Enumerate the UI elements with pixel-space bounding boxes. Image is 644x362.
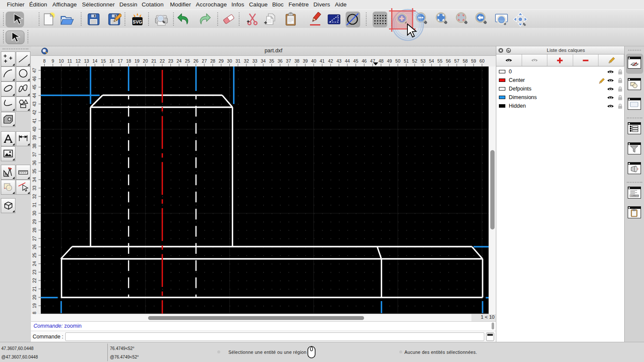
svg-text:50: 50 (395, 58, 401, 63)
svg-text:12: 12 (76, 58, 81, 63)
svg-text:31: 31 (235, 58, 240, 63)
svg-text:19: 19 (32, 303, 37, 308)
svg-text:10: 10 (59, 58, 64, 63)
svg-text:34: 34 (261, 58, 266, 63)
svg-text:33: 33 (252, 58, 258, 63)
svg-text:51: 51 (404, 58, 409, 63)
svg-text:56: 56 (446, 58, 451, 63)
svg-text:30: 30 (32, 211, 37, 216)
svg-text:45: 45 (353, 58, 358, 63)
svg-text:29: 29 (32, 219, 37, 224)
svg-text:15: 15 (101, 58, 106, 63)
svg-text:28: 28 (32, 227, 37, 232)
svg-text:8: 8 (43, 58, 46, 63)
svg-text:53: 53 (421, 58, 426, 63)
svg-text:54: 54 (429, 58, 434, 63)
svg-text:46: 46 (361, 58, 367, 63)
svg-text:23: 23 (32, 269, 37, 275)
svg-text:command: command (631, 195, 639, 197)
svg-text:18: 18 (126, 58, 131, 63)
svg-text:36: 36 (32, 160, 37, 166)
svg-text:40: 40 (32, 127, 37, 132)
svg-text:16: 16 (109, 58, 114, 63)
svg-text:46: 46 (32, 76, 37, 81)
svg-text:31: 31 (32, 202, 37, 208)
svg-text:25: 25 (185, 58, 190, 63)
svg-text:24: 24 (32, 261, 37, 266)
svg-text:30: 30 (227, 58, 232, 63)
svg-text:39: 39 (32, 135, 37, 140)
svg-text:45: 45 (32, 84, 37, 90)
svg-text:39: 39 (303, 58, 308, 63)
svg-text:59: 59 (471, 58, 476, 63)
svg-text:27: 27 (202, 58, 207, 63)
svg-text:43: 43 (337, 58, 342, 63)
svg-text:13: 13 (84, 58, 89, 63)
svg-text:28: 28 (210, 58, 216, 63)
svg-text:14: 14 (92, 58, 97, 63)
svg-text:21: 21 (32, 287, 37, 292)
svg-text:38: 38 (295, 58, 300, 63)
svg-text:35: 35 (269, 58, 274, 63)
svg-text:49: 49 (387, 58, 392, 63)
svg-text:SVG: SVG (133, 19, 142, 24)
svg-text:17: 17 (118, 58, 123, 63)
svg-text:52: 52 (412, 58, 417, 63)
svg-text:41: 41 (319, 58, 325, 63)
svg-text:42: 42 (32, 110, 37, 115)
svg-text:33: 33 (32, 185, 37, 190)
svg-text:48: 48 (379, 58, 384, 63)
svg-text:26: 26 (193, 58, 198, 63)
svg-text:19: 19 (134, 58, 140, 63)
svg-text:43: 43 (32, 101, 37, 106)
svg-text:37: 37 (32, 152, 37, 157)
svg-text:37: 37 (286, 58, 291, 63)
svg-text:41: 41 (32, 118, 37, 124)
svg-text:26: 26 (32, 244, 37, 250)
svg-text:55: 55 (437, 58, 443, 63)
svg-text:22: 22 (160, 58, 165, 63)
svg-text:40: 40 (311, 58, 316, 63)
svg-text:9: 9 (52, 58, 54, 63)
svg-text:27: 27 (32, 236, 37, 241)
svg-text:20: 20 (143, 58, 148, 63)
svg-text:35: 35 (32, 169, 37, 174)
svg-text:57: 57 (454, 58, 459, 63)
svg-text:34: 34 (32, 177, 37, 182)
svg-text:22: 22 (32, 278, 37, 283)
svg-text:23: 23 (168, 58, 173, 63)
svg-text:38: 38 (32, 143, 37, 148)
svg-text:32: 32 (32, 194, 37, 199)
svg-text:36: 36 (277, 58, 283, 63)
svg-text:44: 44 (32, 93, 37, 98)
svg-text:24: 24 (176, 58, 182, 63)
svg-text:60: 60 (480, 58, 485, 63)
svg-text:42: 42 (328, 58, 333, 63)
svg-text:58: 58 (463, 58, 468, 63)
svg-text:44: 44 (345, 58, 350, 63)
svg-text:11: 11 (67, 58, 72, 63)
svg-text:29: 29 (219, 58, 224, 63)
svg-text:21: 21 (151, 58, 156, 63)
svg-text:47: 47 (32, 68, 37, 73)
svg-text:32: 32 (244, 58, 249, 63)
svg-text:25: 25 (32, 253, 37, 258)
svg-text:20: 20 (32, 295, 37, 300)
